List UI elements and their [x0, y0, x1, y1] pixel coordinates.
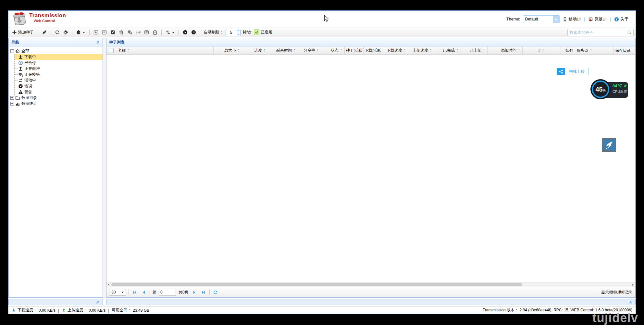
last-page-button[interactable] [200, 289, 207, 295]
sidebar-item-nav-checking[interactable]: 正在校验 [15, 71, 103, 77]
sidebar-item-label: 全部 [21, 48, 29, 54]
column-header-server[interactable]: 服务器 [575, 46, 613, 54]
tree-children: 下载中已暂停正在做种正在校验活动中错误警告 [14, 54, 103, 95]
column-header-number[interactable]: # [523, 46, 561, 54]
page-size-select[interactable]: 30 [109, 289, 126, 296]
spin-down-icon[interactable] [237, 32, 240, 36]
column-header-uploaded[interactable]: 已上传 [461, 46, 488, 54]
auto-refresh-enabled-checkbox[interactable]: 已启用 [254, 30, 272, 35]
expand-node-icon[interactable]: + [10, 102, 14, 106]
sort-icon [403, 49, 406, 52]
detail-button[interactable] [143, 29, 150, 36]
theme-select[interactable]: Default [523, 15, 560, 23]
search-input[interactable] [568, 30, 627, 35]
column-header-downloaded[interactable]: 已完成 [434, 46, 461, 54]
mobile-ui-link[interactable]: 移动UI [563, 17, 581, 22]
chevron-down-icon[interactable] [553, 16, 560, 23]
search-icon[interactable] [627, 30, 632, 35]
page-number-input[interactable] [159, 289, 176, 296]
spin-up-icon[interactable] [237, 29, 240, 32]
pause-all-icon [191, 30, 196, 35]
sort-icon [237, 49, 240, 52]
trash-icon [119, 30, 124, 35]
column-header-ratio[interactable]: 分享率 [298, 46, 321, 54]
sidebar-item-label: 数据统计 [21, 101, 37, 106]
first-page-button[interactable] [131, 289, 138, 295]
original-ui-link[interactable]: 原版UI [588, 17, 607, 22]
column-header-remaining-time[interactable]: 剩余时间 [268, 46, 298, 54]
auto-refresh-input[interactable] [226, 29, 236, 36]
recheck-button[interactable] [126, 29, 133, 36]
remove-button[interactable] [118, 29, 125, 36]
mobile-ui-link-label: 移动UI [569, 17, 581, 22]
copy-path-button[interactable] [152, 29, 158, 36]
column-label: 分享率 [303, 48, 315, 53]
column-header-added-time[interactable]: 添加时间 [488, 46, 523, 54]
column-header-download-speed[interactable]: 下载速度 [382, 46, 408, 54]
pause-button[interactable] [101, 29, 108, 36]
about-link-label: 关于 [620, 17, 628, 22]
collapse-sidebar-icon[interactable] [95, 40, 100, 44]
column-header-progress[interactable]: 进度 [242, 46, 268, 54]
reload-grid-button[interactable] [212, 289, 219, 295]
settings-button[interactable] [62, 29, 69, 36]
scroll-right-icon[interactable] [631, 282, 635, 287]
pause-all-button[interactable] [190, 29, 197, 36]
refresh-button[interactable] [54, 29, 61, 36]
alt-speed-button[interactable] [41, 29, 48, 36]
statusbar-separator: | [107, 308, 110, 313]
sidebar-item-nav-error[interactable]: 错误 [15, 83, 103, 89]
sidebar-item-nav-paused[interactable]: 已暂停 [15, 60, 103, 66]
column-header-upload-speed[interactable]: 上传速度 [408, 46, 434, 54]
toolbar-separator [161, 30, 162, 35]
expand-up-icon[interactable] [628, 300, 633, 304]
next-page-button[interactable] [191, 289, 198, 295]
edit-button[interactable] [109, 29, 116, 36]
sidebar-item-label: 正在做种 [24, 66, 40, 71]
about-link[interactable]: 关于 [614, 17, 628, 22]
announce-button[interactable] [135, 29, 142, 36]
refresh-icon [213, 290, 218, 295]
plugin-menu-button[interactable] [75, 29, 86, 36]
column-header-size[interactable]: 总大小 [214, 46, 242, 54]
sidebar-item-nav-downloading[interactable]: 下载中 [15, 54, 103, 60]
start-button[interactable] [93, 29, 99, 36]
select-all-checkbox[interactable] [109, 48, 114, 53]
sort-menu-button[interactable] [165, 29, 176, 36]
cpu-percent-unit: % [603, 83, 606, 98]
sidebar-item-nav-folders[interactable]: +数据目录 [10, 95, 103, 101]
bird-widget-button[interactable] [602, 138, 616, 152]
expand-up-icon[interactable] [96, 300, 100, 304]
sidebar-item-nav-all[interactable]: −全部 [10, 48, 103, 54]
splitter-handle[interactable] [103, 38, 106, 298]
prev-page-button[interactable] [141, 289, 147, 295]
start-all-button[interactable] [182, 29, 189, 36]
download-speed-label: 下载速度： [18, 307, 37, 313]
title-block: Transmission Web Control [29, 12, 66, 23]
horizontal-scrollbar[interactable] [106, 282, 635, 287]
scrollbar-thumb[interactable] [111, 283, 522, 286]
nav-tree: −全部下载中已暂停正在做种正在校验活动中错误警告+数据目录+数据统计 [9, 46, 103, 106]
search-box [567, 29, 634, 36]
warning-icon [18, 90, 23, 94]
checkbox-checked-icon[interactable] [254, 30, 259, 35]
column-label: 进度 [254, 48, 262, 53]
drag-upload-button[interactable]: 拖拽上传 [557, 68, 589, 75]
column-header-status[interactable]: 状态 [321, 46, 345, 54]
drag-upload-label: 拖拽上传 [565, 68, 589, 75]
spinner-buttons[interactable] [236, 29, 240, 36]
sidebar-title: 导航 [11, 40, 19, 44]
add-torrent-button[interactable]: 添加种子 [11, 29, 35, 36]
scroll-left-icon[interactable] [106, 282, 111, 287]
expand-node-icon[interactable]: + [10, 96, 14, 100]
sidebar-item-nav-statistics[interactable]: +数据统计 [10, 101, 103, 106]
theme-select-value: Default [523, 17, 553, 21]
sort-icon [263, 49, 266, 52]
sidebar-item-nav-seeding[interactable]: 正在做种 [15, 66, 103, 71]
sidebar-item-nav-active[interactable]: 活动中 [15, 77, 103, 83]
collapse-node-icon[interactable]: − [10, 49, 14, 53]
sidebar-item-nav-warning[interactable]: 警告 [15, 89, 103, 95]
toolbar: 添加种子自动刷新：秒/次已启用 [8, 28, 636, 37]
select-all-cell [106, 46, 116, 54]
column-header-name[interactable]: 名称 [116, 46, 214, 54]
